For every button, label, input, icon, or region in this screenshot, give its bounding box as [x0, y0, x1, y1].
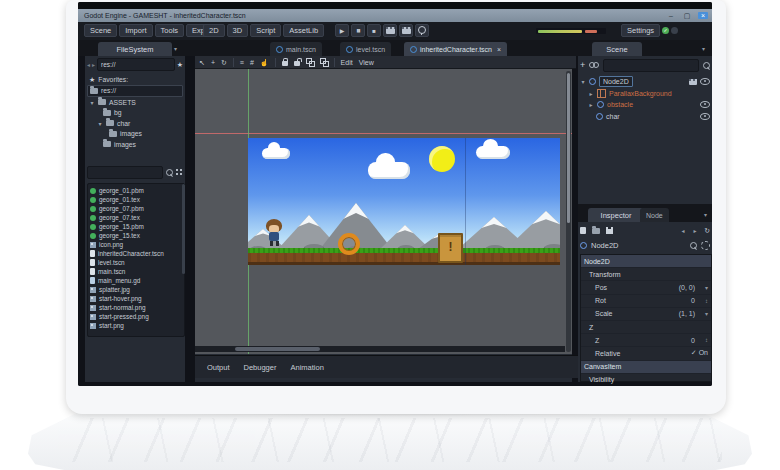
- menu-import[interactable]: Import: [119, 24, 152, 37]
- select-tool-icon[interactable]: ↖: [199, 58, 205, 67]
- scene-node-parallaxbackground[interactable]: ▸ ParallaxBackground: [580, 88, 710, 100]
- ungroup-icon[interactable]: [320, 58, 328, 66]
- tree-item-assets[interactable]: ▾ ASSETS: [87, 97, 183, 108]
- animation-tab[interactable]: Animation: [290, 363, 323, 372]
- file-row[interactable]: main.tscn: [88, 267, 184, 276]
- tab-node[interactable]: Node: [640, 208, 669, 222]
- pause-button[interactable]: ▮▮: [351, 24, 365, 37]
- file-row[interactable]: splatter.jpg: [88, 285, 184, 294]
- history-icon[interactable]: ↻: [704, 227, 710, 235]
- scene-tab-inheritedcharacter[interactable]: inheritedCharacter.tscn ×: [404, 42, 507, 56]
- file-row[interactable]: start.png: [88, 321, 184, 330]
- tree-item-images[interactable]: images: [87, 139, 183, 150]
- file-search-input[interactable]: [87, 166, 163, 179]
- output-tab[interactable]: Output: [207, 363, 230, 372]
- property-row-relative[interactable]: Relative ✓ On: [581, 347, 711, 360]
- scene-node-char[interactable]: char: [580, 111, 710, 123]
- mode-3d-button[interactable]: 3D: [227, 24, 249, 37]
- property-value[interactable]: 0: [691, 337, 695, 344]
- dock-menu-caret-icon[interactable]: ▾: [702, 45, 705, 52]
- path-input[interactable]: res://: [97, 58, 175, 71]
- expander-icon[interactable]: ▾: [97, 120, 103, 127]
- visibility-eye-icon[interactable]: [700, 113, 710, 120]
- mode-assetlib-button[interactable]: AssetLib: [283, 24, 324, 37]
- property-value[interactable]: (0, 0): [679, 284, 695, 291]
- expander-icon[interactable]: ▸: [588, 101, 594, 108]
- nav-back-icon[interactable]: ◂: [87, 61, 90, 68]
- property-subsection[interactable]: Visibility: [581, 374, 711, 386]
- property-row-rot[interactable]: Rot 0 ↕: [581, 295, 711, 308]
- tab-close-icon[interactable]: ×: [497, 46, 501, 53]
- expand-caret-icon[interactable]: ▾: [698, 284, 708, 291]
- scene-node-node2d[interactable]: ▾ Node2D: [580, 76, 710, 88]
- property-value[interactable]: (1, 1): [679, 310, 695, 317]
- maximize-button[interactable]: ▢: [682, 12, 692, 20]
- lock-icon[interactable]: [282, 61, 288, 66]
- close-button[interactable]: ×: [698, 12, 708, 19]
- file-row[interactable]: level.tscn: [88, 258, 184, 267]
- viewport-vertical-scrollbar[interactable]: [566, 71, 571, 352]
- inspector-menu-caret-icon[interactable]: ▾: [704, 211, 707, 218]
- filesystem-dock-tab[interactable]: FileSystem: [98, 42, 172, 56]
- scene-tab-level[interactable]: level.tscn: [340, 42, 391, 56]
- tab-inspector[interactable]: Inspector: [588, 208, 644, 222]
- expander-icon[interactable]: ▾: [580, 78, 586, 85]
- save-resource-icon[interactable]: [606, 227, 613, 234]
- list-select-icon[interactable]: ≡: [240, 58, 244, 67]
- file-row[interactable]: george_15.tex: [88, 231, 184, 240]
- property-section[interactable]: Node2D: [581, 255, 711, 268]
- expander-icon[interactable]: ▸: [588, 90, 594, 97]
- mode-2d-button[interactable]: 2D: [203, 24, 225, 37]
- instance-scene-icon[interactable]: [589, 62, 599, 68]
- filesystem-tab-caret-icon[interactable]: ▾: [174, 45, 177, 52]
- tree-item-res[interactable]: res://: [87, 85, 183, 98]
- property-row-scale[interactable]: Scale (1, 1) ▾: [581, 308, 711, 321]
- history-back-icon[interactable]: ◂: [680, 227, 686, 234]
- scene-filter-input[interactable]: [603, 59, 699, 72]
- stop-button[interactable]: ■: [367, 24, 381, 37]
- file-row[interactable]: george_07.tex: [88, 213, 184, 222]
- property-section[interactable]: CanvasItem: [581, 361, 711, 374]
- history-forward-icon[interactable]: ▸: [692, 227, 698, 234]
- edit-menu[interactable]: Edit: [341, 59, 353, 66]
- settings-button[interactable]: Settings: [621, 24, 660, 37]
- viewport-canvas[interactable]: !: [195, 69, 572, 354]
- visibility-eye-icon[interactable]: [700, 78, 710, 85]
- visibility-eye-icon[interactable]: [700, 101, 710, 108]
- file-row[interactable]: george_07.pbm: [88, 204, 184, 213]
- property-checkbox-value[interactable]: ✓ On: [691, 349, 708, 357]
- play-button[interactable]: ▶: [335, 24, 349, 37]
- update-ok-icon[interactable]: ✓: [662, 27, 669, 34]
- file-row[interactable]: george_01.pbm: [88, 186, 184, 195]
- tree-item-bg[interactable]: bg: [87, 108, 183, 119]
- file-row[interactable]: icon.png: [88, 240, 184, 249]
- file-row[interactable]: inheritedCharacter.tscn: [88, 249, 184, 258]
- menu-tools[interactable]: Tools: [155, 24, 185, 37]
- property-row-z[interactable]: Z 0 ↕: [581, 334, 711, 347]
- move-tool-icon[interactable]: +: [211, 58, 215, 67]
- spinner-icon[interactable]: ↕: [698, 298, 708, 304]
- favorite-star-icon[interactable]: ★: [177, 61, 183, 68]
- expand-caret-icon[interactable]: ▾: [698, 310, 708, 317]
- viewport-horizontal-scrollbar[interactable]: [195, 346, 565, 352]
- rotate-tool-icon[interactable]: ↻: [221, 58, 227, 67]
- nav-forward-icon[interactable]: ▸: [92, 61, 95, 68]
- menu-scene[interactable]: Scene: [84, 24, 117, 37]
- file-row[interactable]: george_15.pbm: [88, 222, 184, 231]
- file-row[interactable]: main_menu.gd: [88, 276, 184, 285]
- tree-item-char[interactable]: ▾ char: [87, 118, 183, 129]
- unlock-icon[interactable]: [294, 61, 300, 66]
- property-subsection[interactable]: Z: [581, 321, 711, 334]
- file-row[interactable]: george_01.tex: [88, 195, 184, 204]
- tree-item-char-images[interactable]: images: [87, 129, 183, 140]
- snap-icon[interactable]: #: [250, 58, 254, 67]
- new-resource-icon[interactable]: [580, 227, 586, 234]
- play-custom-scene-button[interactable]: [399, 24, 413, 37]
- clapper-icon[interactable]: [689, 79, 697, 85]
- load-resource-icon[interactable]: [592, 228, 600, 234]
- spinner-icon[interactable]: ↕: [698, 337, 708, 343]
- file-row[interactable]: start-normal.png: [88, 303, 184, 312]
- search-icon[interactable]: [166, 169, 173, 176]
- thumbnail-view-icon[interactable]: [176, 169, 183, 176]
- mode-script-button[interactable]: Script: [250, 24, 281, 37]
